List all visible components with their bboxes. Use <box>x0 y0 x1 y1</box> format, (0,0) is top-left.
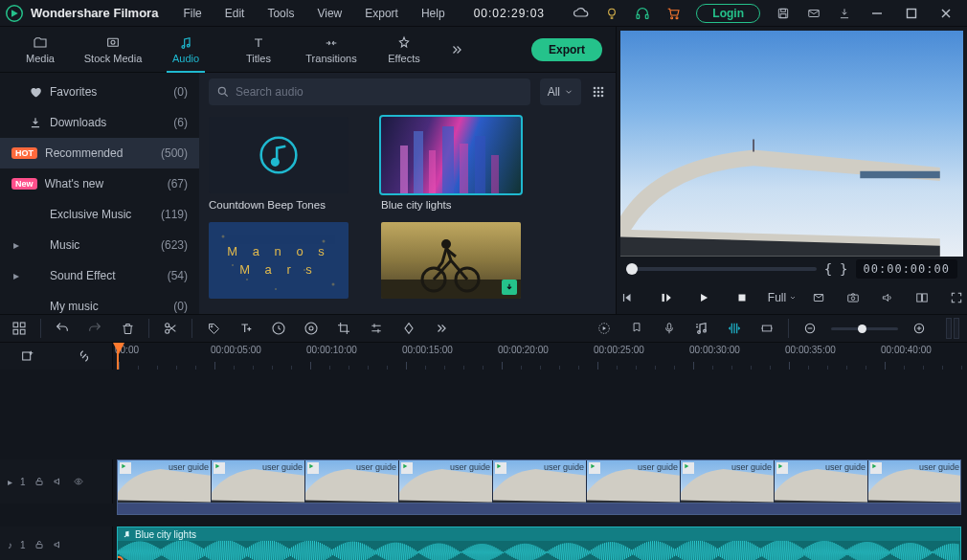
mute-icon[interactable] <box>53 476 64 487</box>
audio-mixer-icon[interactable] <box>690 317 713 340</box>
layout-icon[interactable] <box>8 317 31 340</box>
asset-thumb-countdown[interactable]: Countdown Beep Tones <box>209 117 360 211</box>
undo-button[interactable] <box>51 317 74 340</box>
window-close[interactable] <box>931 0 961 27</box>
asset-thumb-cyclist[interactable] <box>381 222 532 304</box>
play-button[interactable] <box>691 285 716 310</box>
delete-button[interactable] <box>116 317 139 340</box>
mail-icon[interactable] <box>800 0 827 27</box>
preview-scrubber[interactable] <box>626 267 817 271</box>
zoom-slider[interactable] <box>831 327 898 330</box>
lock-icon[interactable] <box>34 539 45 550</box>
voiceover-icon[interactable] <box>658 317 681 340</box>
sidebar-item-recommended[interactable]: HOT Recommended (500) <box>0 138 199 168</box>
zoom-in-icon[interactable] <box>908 317 931 340</box>
export-button[interactable]: Export <box>531 38 602 61</box>
menu-tools[interactable]: Tools <box>258 0 304 27</box>
mute-icon[interactable] <box>53 539 64 550</box>
add-track-icon[interactable] <box>20 348 35 364</box>
sidebar-item-mymusic[interactable]: My music (0) <box>0 291 199 314</box>
more-tools-icon[interactable] <box>430 317 453 340</box>
asset-thumb-bluecity[interactable]: Blue city lights <box>381 117 532 211</box>
menu-help[interactable]: Help <box>412 0 455 27</box>
tabs-more-icon[interactable] <box>448 43 465 56</box>
search-box[interactable] <box>209 78 530 105</box>
volume-icon[interactable] <box>875 285 900 310</box>
sidebar-item-label: Downloads <box>50 116 166 129</box>
beat-detect-icon[interactable] <box>723 317 746 340</box>
download-icon[interactable] <box>831 0 858 27</box>
headphones-icon[interactable] <box>629 0 656 27</box>
tab-transitions[interactable]: Transitions <box>295 27 368 73</box>
tab-titles[interactable]: Titles <box>222 27 295 73</box>
fullscreen-icon[interactable] <box>944 285 967 310</box>
timeline[interactable]: ▸ 1 user guide user guide user guide <box>0 370 967 560</box>
crop-icon[interactable] <box>332 317 355 340</box>
render-icon[interactable] <box>593 317 616 340</box>
asset-tabs: Media Stock Media Audio Titles Transitio… <box>0 27 616 73</box>
window-minimize[interactable] <box>862 0 892 27</box>
marker-icon[interactable] <box>625 317 648 340</box>
link-icon[interactable] <box>77 348 92 364</box>
lock-icon[interactable] <box>34 476 45 487</box>
quality-dropdown[interactable]: Full <box>768 285 797 310</box>
preview-monitor[interactable] <box>617 27 967 257</box>
sidebar-item-soundeffect[interactable]: ▸ Sound Effect (54) <box>0 260 199 291</box>
eye-icon[interactable] <box>72 477 85 486</box>
zoom-out-icon[interactable] <box>798 317 821 340</box>
playback-settings-icon[interactable] <box>806 285 831 310</box>
stop-button[interactable] <box>730 285 754 310</box>
filter-dropdown[interactable]: All <box>540 78 581 105</box>
video-clip-audio[interactable] <box>117 504 961 515</box>
audio-track-head[interactable]: ♪ 1 <box>0 526 113 560</box>
redo-button[interactable] <box>83 317 106 340</box>
sidebar-item-downloads[interactable]: Downloads (6) <box>0 107 199 138</box>
compare-icon[interactable] <box>910 285 934 310</box>
keyframe-icon[interactable] <box>397 317 420 340</box>
menu-export[interactable]: Export <box>355 0 408 27</box>
titlebar: Wondershare Filmora File Edit Tools View… <box>0 0 967 27</box>
sidebar-item-exclusive[interactable]: Exclusive Music (119) <box>0 199 199 230</box>
tab-stock[interactable]: Stock Media <box>77 27 149 73</box>
timeline-ruler[interactable]: 00:0000:00:05:0000:00:10:0000:00:15:0000… <box>113 343 967 370</box>
sidebar-item-music[interactable]: ▸ Music (623) <box>0 230 199 260</box>
adjust-icon[interactable] <box>365 317 388 340</box>
save-icon[interactable] <box>770 0 797 27</box>
tab-audio[interactable]: Audio <box>149 27 222 73</box>
tab-effects[interactable]: Effects <box>368 27 440 73</box>
mark-out-button[interactable]: } <box>840 261 847 277</box>
audio-clip[interactable]: Blue city lights <box>117 526 961 560</box>
sidebar-item-whatsnew[interactable]: New What's new (67) <box>0 168 199 199</box>
cart-icon[interactable] <box>660 0 686 27</box>
fit-icon[interactable] <box>755 317 778 340</box>
login-button[interactable]: Login <box>696 4 760 23</box>
tag-icon[interactable] <box>202 317 225 340</box>
svg-point-19 <box>594 87 596 90</box>
asset-thumb-manos[interactable]: M a n o s M a r s <box>209 222 360 304</box>
color-icon[interactable] <box>300 317 323 340</box>
cloud-icon[interactable] <box>568 0 595 27</box>
search-input[interactable] <box>236 85 523 99</box>
play-pause-button[interactable] <box>653 285 678 310</box>
menu-view[interactable]: View <box>307 0 351 27</box>
window-maximize[interactable] <box>896 0 927 27</box>
playhead[interactable] <box>117 343 119 370</box>
ruler-label: 00:00:05:00 <box>211 345 261 355</box>
menu-file[interactable]: File <box>173 0 211 27</box>
menu-edit[interactable]: Edit <box>215 0 255 27</box>
download-badge-icon[interactable] <box>502 280 517 295</box>
step-back-button[interactable] <box>615 285 640 310</box>
snapshot-icon[interactable] <box>841 285 866 310</box>
svg-rect-35 <box>475 136 485 193</box>
video-clip[interactable]: user guide user guide user guide user gu… <box>117 459 961 504</box>
text-add-icon[interactable] <box>235 317 258 340</box>
view-grid-icon[interactable] <box>591 84 606 100</box>
split-button[interactable] <box>159 317 182 340</box>
video-track-head[interactable]: ▸ 1 <box>0 459 113 504</box>
project-timecode: 00:02:29:03 <box>474 7 545 20</box>
speed-icon[interactable] <box>267 317 290 340</box>
mark-in-button[interactable]: { <box>824 261 832 277</box>
tab-media[interactable]: Media <box>4 27 77 73</box>
lightbulb-icon[interactable] <box>598 0 625 27</box>
sidebar-item-favorites[interactable]: Favorites (0) <box>0 77 199 107</box>
